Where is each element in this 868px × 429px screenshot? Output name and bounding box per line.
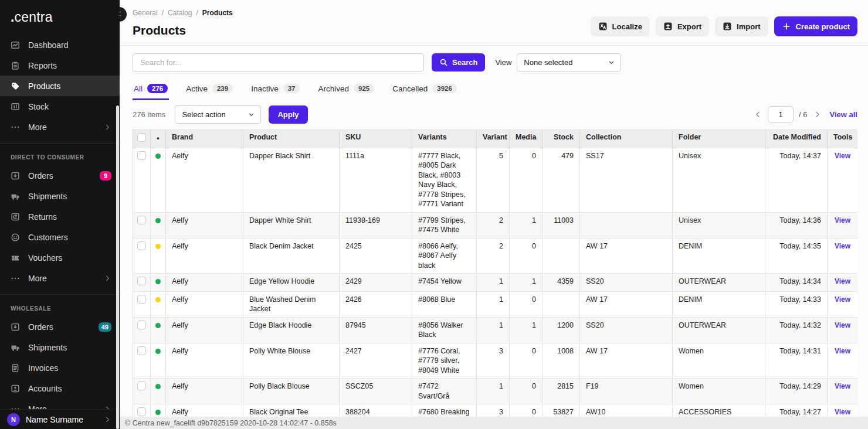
import-button[interactable]: Import [715,16,768,36]
sidebar-item-more[interactable]: More [0,268,120,288]
view-link[interactable]: View [835,277,850,285]
sidebar-item-more[interactable]: More [0,117,120,137]
sidebar-item-more[interactable]: More [0,399,120,409]
cell-product: Black Original Tee [243,404,340,417]
search-input[interactable] [133,53,424,72]
tab-count-badge: 239 [212,84,233,93]
tab-inactive[interactable]: Inactive37 [250,80,301,100]
cell-product: Dapper White Shirt [243,212,340,238]
sidebar-item-customers[interactable]: Customers [0,227,120,247]
sidebar-item-label: Customers [28,233,68,242]
sidebar-item-orders[interactable]: Orders49 [0,316,120,337]
view-link[interactable]: View [835,295,850,304]
column-header-variant: Variant [477,130,510,148]
row-checkbox[interactable] [137,382,146,390]
status-dot [155,279,161,284]
cell-stock: 479 [542,148,580,212]
sidebar-item-dashboard[interactable]: Dashboard [0,35,120,55]
search-button[interactable]: Search [432,53,485,72]
row-checkbox[interactable] [137,277,146,285]
column-header-status: • [151,130,166,148]
sidebar-item-label: Reports [28,61,57,70]
breadcrumb: General/ Catalog/ Products [133,9,233,17]
page-number-input[interactable] [768,106,794,123]
sidebar-item-orders[interactable]: Orders9 [0,165,120,186]
cell-sku: 11938-169 [340,212,412,238]
chevron-down-icon [608,59,615,66]
sidebar-section-label: DIRECT TO CONSUMER [0,146,120,165]
row-checkbox[interactable] [137,216,146,224]
sidebar-item-returns[interactable]: Returns [0,206,120,227]
view-all-link[interactable]: View all [830,110,857,119]
breadcrumb-catalog[interactable]: Catalog [168,9,192,17]
export-button[interactable]: Export [656,16,709,36]
view-link[interactable]: View [835,152,850,160]
tab-label: Active [186,84,208,93]
reports-icon [11,61,20,70]
column-header-product: Product [243,130,340,148]
tab-active[interactable]: Active239 [185,80,234,100]
sidebar-item-vouchers[interactable]: Vouchers [0,247,120,268]
view-link[interactable]: View [835,242,850,250]
tab-archived[interactable]: Archived925 [317,80,375,100]
tab-all[interactable]: All276 [133,80,169,100]
column-header-variants: Variants [412,130,477,148]
cell-variant-count: 1 [477,379,510,404]
table-row: AelfyBlack Original Tee388204#7680 Break… [133,404,858,417]
row-checkbox[interactable] [137,321,146,329]
row-checkbox[interactable] [137,295,146,304]
cell-media-count: 0 [510,148,542,212]
cell-date-modified: Today, 14:32 [765,317,828,343]
select-all-checkbox[interactable] [137,133,146,142]
table-header-row: •BrandProductSKUVariantsVariantMediaStoc… [133,130,858,148]
sidebar-item-shipments[interactable]: Shipments [0,337,120,358]
sidebar-item-label: More [28,404,47,410]
user-menu[interactable]: N Name Surname [0,409,120,429]
cell-media-count: 0 [510,343,542,379]
create-product-button[interactable]: Create product [774,16,857,36]
view-link[interactable]: View [835,408,850,416]
sidebar-item-label: Vouchers [28,253,62,263]
breadcrumb-general[interactable]: General [133,9,158,17]
user-name: Name Surname [26,415,83,424]
view-link[interactable]: View [835,216,850,224]
view-link[interactable]: View [835,347,850,355]
cell-media-count: 1 [510,212,542,238]
sidebar-item-accounts[interactable]: Accounts [0,378,120,399]
view-select[interactable]: None selected [517,53,621,72]
view-link[interactable]: View [835,321,850,329]
cell-media-count: 0 [510,404,542,417]
sidebar-item-products[interactable]: Products [0,76,120,96]
sidebar-item-shipments[interactable]: Shipments [0,186,120,206]
apply-button[interactable]: Apply [269,105,307,124]
tab-count-badge: 925 [354,84,374,93]
row-checkbox[interactable] [137,241,146,250]
tab-count-badge: 276 [147,84,168,93]
tab-cancelled[interactable]: Cancelled3926 [391,80,458,100]
cell-variant-count: 1 [477,291,510,317]
cell-media-count: 1 [510,317,542,343]
cell-variant-count: 2 [477,212,510,238]
status-tabs: All276Active239Inactive37Archived925Canc… [120,75,868,100]
import-icon [723,22,732,31]
sidebar-section: DIRECT TO CONSUMEROrders9ShipmentsReturn… [0,143,120,294]
cell-variants: #7680 Breaking Black, #7681 Rider Blue, … [412,404,477,417]
view-link[interactable]: View [835,382,850,390]
cell-variant-count: 2 [477,238,510,274]
row-checkbox[interactable] [137,407,146,416]
select-action-dropdown[interactable]: Select action [175,105,261,124]
page-next-button[interactable] [813,110,822,119]
orders-icon [11,322,20,332]
column-header-sku: SKU [340,130,412,148]
page-prev-button[interactable] [754,110,762,119]
sidebar-item-stock[interactable]: Stock [0,96,120,117]
row-checkbox[interactable] [137,346,146,355]
sidebar-item-reports[interactable]: Reports [0,55,120,76]
cell-product: Edge Black Hoodie [243,317,340,343]
row-checkbox[interactable] [137,151,146,160]
sidebar-item-invoices[interactable]: Invoices [0,358,120,378]
localize-button[interactable]: Localize [591,16,650,36]
shipments-icon [11,343,20,352]
sidebar-scrollbar[interactable] [116,105,119,429]
sidebar-item-label: Returns [28,212,57,222]
